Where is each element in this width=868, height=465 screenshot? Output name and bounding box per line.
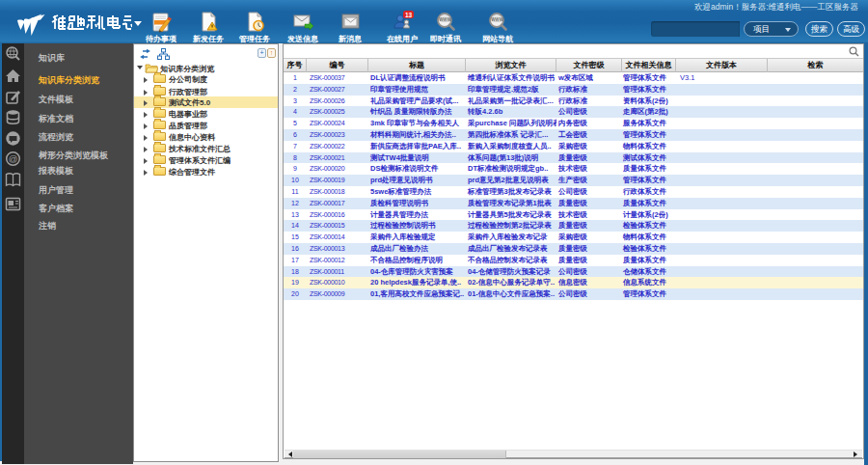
- svg-text:13: 13: [404, 12, 412, 18]
- svg-text:WWW: WWW: [439, 17, 451, 22]
- svg-text:@: @: [9, 153, 18, 164]
- svg-text:WWW: WWW: [491, 17, 503, 22]
